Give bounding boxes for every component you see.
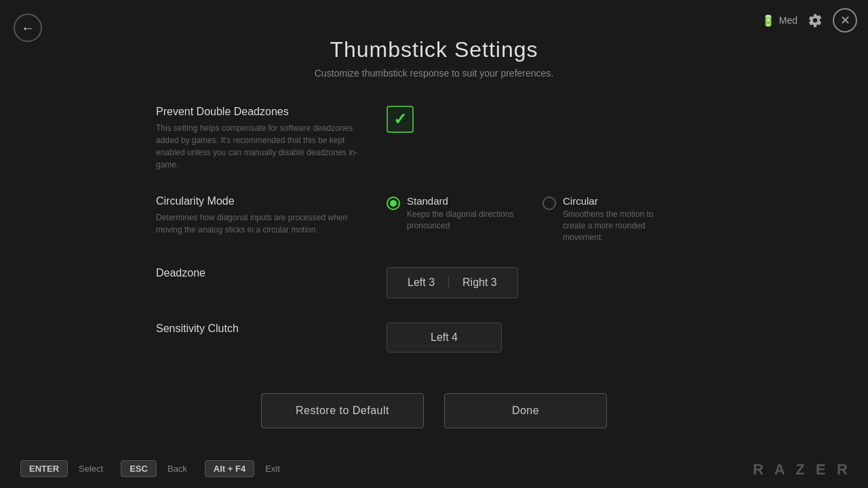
setting-label-deadzone: Deadzone	[156, 267, 373, 283]
radio-circle-circular	[542, 197, 556, 210]
top-bar: 🔋 Med ✕	[751, 0, 868, 41]
deadzone-control: Left 3 Right 3	[387, 267, 712, 298]
prevent-deadzones-control: ✓	[387, 106, 712, 133]
radio-circle-standard	[387, 197, 400, 210]
keyboard-hints-footer: ENTER Select ESC Back Alt + F4 Exit	[0, 460, 868, 477]
circular-label: Circular	[563, 195, 671, 207]
radio-option-standard[interactable]: Standard Keeps the diagonal directions p…	[387, 195, 515, 232]
circularity-title: Circularity Mode	[156, 195, 373, 207]
deadzone-right-value: Right 3	[462, 277, 497, 289]
circularity-desc: Determines how diagonal inputs are proce…	[156, 211, 373, 236]
page-title: Thumbstick Settings	[0, 37, 868, 62]
prevent-deadzones-title: Prevent Double Deadzones	[156, 106, 373, 118]
radio-standard-labels: Standard Keeps the diagonal directions p…	[407, 195, 515, 232]
esc-key-badge: ESC	[121, 460, 157, 477]
radio-option-circular[interactable]: Circular Smoothens the motion to create …	[542, 195, 671, 243]
page-header: Thumbstick Settings Customize thumbstick…	[0, 0, 868, 79]
setting-label-sensitivity: Sensitivity Clutch	[156, 323, 373, 339]
done-button[interactable]: Done	[444, 393, 607, 428]
sensitivity-value: Left 4	[431, 331, 458, 344]
battery-indicator: 🔋 Med	[762, 14, 797, 27]
setting-deadzone: Deadzone Left 3 Right 3	[156, 267, 712, 298]
altf4-key-label: Exit	[265, 464, 280, 474]
gear-icon	[808, 13, 823, 28]
settings-gear-button[interactable]	[803, 8, 827, 33]
battery-icon: 🔋	[762, 14, 775, 27]
setting-sensitivity-clutch: Sensitivity Clutch Left 4	[156, 323, 712, 352]
sensitivity-control: Left 4	[387, 323, 712, 352]
value-divider	[448, 276, 449, 289]
setting-prevent-double-deadzones: Prevent Double Deadzones This setting he…	[156, 106, 712, 171]
prevent-deadzones-checkbox[interactable]: ✓	[387, 106, 414, 133]
setting-label-circularity: Circularity Mode Determines how diagonal…	[156, 195, 373, 236]
main-content: Prevent Double Deadzones This setting he…	[129, 106, 739, 428]
close-button[interactable]: ✕	[833, 8, 857, 33]
deadzone-value-box[interactable]: Left 3 Right 3	[387, 267, 518, 298]
page-subtitle: Customize thumbstick response to suit yo…	[0, 68, 868, 79]
enter-key-label: Select	[79, 464, 103, 474]
back-button[interactable]: ←	[14, 14, 42, 42]
sensitivity-title: Sensitivity Clutch	[156, 323, 373, 335]
restore-default-button[interactable]: Restore to Default	[261, 393, 424, 428]
enter-key-badge: ENTER	[20, 460, 68, 477]
setting-circularity-mode: Circularity Mode Determines how diagonal…	[156, 195, 712, 243]
radio-circular-labels: Circular Smoothens the motion to create …	[563, 195, 671, 243]
deadzone-title: Deadzone	[156, 267, 373, 279]
setting-label-prevent-deadzones: Prevent Double Deadzones This setting he…	[156, 106, 373, 171]
circularity-control: Standard Keeps the diagonal directions p…	[387, 195, 712, 243]
razer-logo: R A Z E R	[753, 461, 852, 479]
sensitivity-value-box[interactable]: Left 4	[387, 323, 502, 352]
checkmark-icon: ✓	[393, 110, 407, 129]
standard-desc: Keeps the diagonal directions pronounced	[407, 209, 515, 232]
standard-label: Standard	[407, 195, 515, 207]
altf4-key-badge: Alt + F4	[205, 460, 254, 477]
circular-desc: Smoothens the motion to create a more ro…	[563, 209, 671, 243]
bottom-buttons: Restore to Default Done	[156, 393, 712, 428]
prevent-deadzones-desc: This setting helps compensate for softwa…	[156, 122, 373, 171]
circularity-radio-group: Standard Keeps the diagonal directions p…	[387, 195, 671, 243]
battery-level-label: Med	[779, 15, 797, 26]
esc-key-label: Back	[167, 464, 187, 474]
deadzone-left-value: Left 3	[408, 277, 435, 289]
